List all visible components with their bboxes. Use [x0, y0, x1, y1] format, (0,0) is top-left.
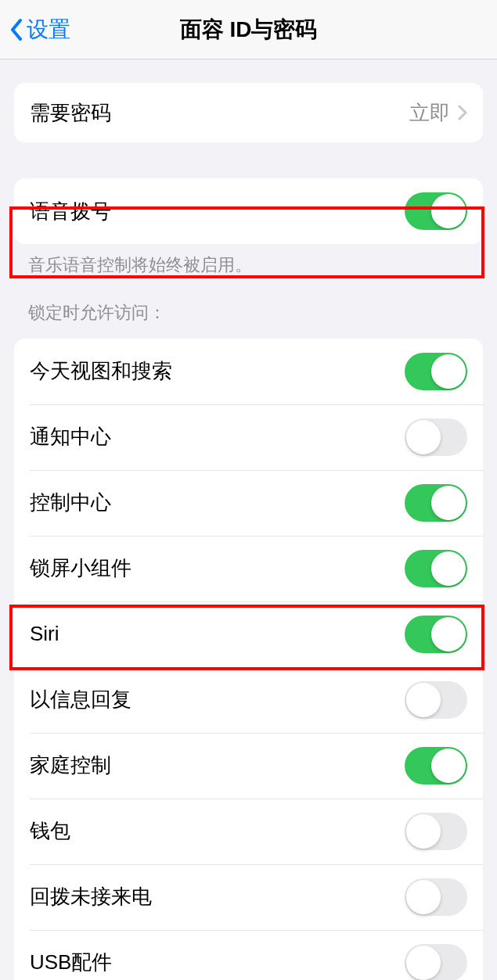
- row-locked-1: 通知中心: [30, 404, 483, 470]
- row-locked-8: 回拨未接来电: [30, 864, 483, 930]
- row-locked-5: 以信息回复: [30, 667, 483, 733]
- row-require-passcode[interactable]: 需要密码 立即: [14, 83, 483, 142]
- value-text: 立即: [409, 99, 450, 127]
- chevron-left-icon: [9, 18, 23, 41]
- section-voice-dial: 语音拨号: [14, 178, 483, 244]
- toggle-locked-8[interactable]: [405, 878, 467, 916]
- toggle-locked-4[interactable]: [405, 616, 467, 653]
- row-label: 需要密码: [30, 99, 111, 127]
- row-voice-dial: 语音拨号: [14, 178, 483, 244]
- navbar: 设置 面容 ID与密码: [0, 0, 497, 59]
- chevron-right-icon: [458, 105, 467, 120]
- row-label: USB配件: [30, 949, 112, 976]
- content: 需要密码 立即 语音拨号 音乐语音控制将始终被启用。 锁定时允许访问： 今天视图…: [0, 83, 497, 980]
- row-locked-2: 控制中心: [30, 470, 483, 536]
- back-button[interactable]: 设置: [9, 15, 70, 45]
- row-value: 立即: [409, 99, 467, 127]
- section-locked-access: 今天视图和搜索通知中心控制中心锁屏小组件Siri以信息回复家庭控制钱包回拨未接来…: [14, 339, 483, 980]
- header-locked: 锁定时允许访问：: [0, 278, 497, 332]
- row-label: 锁屏小组件: [30, 555, 131, 582]
- row-label: 语音拨号: [30, 198, 111, 225]
- row-locked-3: 锁屏小组件: [30, 536, 483, 601]
- toggle-locked-6[interactable]: [405, 747, 467, 784]
- row-label: 通知中心: [30, 423, 111, 451]
- page-title: 面容 ID与密码: [180, 15, 318, 45]
- toggle-locked-1[interactable]: [405, 418, 467, 456]
- back-label: 设置: [27, 15, 70, 45]
- row-label: 今天视图和搜索: [30, 357, 172, 385]
- footer-voice: 音乐语音控制将始终被启用。: [0, 244, 497, 278]
- toggle-locked-7[interactable]: [405, 813, 467, 850]
- toggle-locked-5[interactable]: [405, 681, 467, 719]
- row-locked-7: 钱包: [30, 799, 483, 864]
- toggle-locked-2[interactable]: [405, 484, 467, 522]
- row-label: 以信息回复: [30, 686, 131, 713]
- row-locked-9: USB配件: [30, 930, 483, 980]
- toggle-locked-9[interactable]: [405, 944, 467, 980]
- toggle-locked-0[interactable]: [405, 353, 467, 390]
- row-locked-4: Siri: [30, 601, 483, 667]
- row-label: Siri: [30, 622, 59, 646]
- toggle-voice-dial[interactable]: [405, 192, 467, 230]
- row-label: 回拨未接来电: [30, 883, 152, 910]
- toggle-locked-3[interactable]: [405, 550, 467, 587]
- row-locked-6: 家庭控制: [30, 733, 483, 799]
- row-locked-0: 今天视图和搜索: [14, 339, 483, 404]
- section-passcode: 需要密码 立即: [14, 83, 483, 142]
- row-label: 钱包: [30, 817, 70, 845]
- row-label: 控制中心: [30, 489, 111, 516]
- row-label: 家庭控制: [30, 752, 111, 779]
